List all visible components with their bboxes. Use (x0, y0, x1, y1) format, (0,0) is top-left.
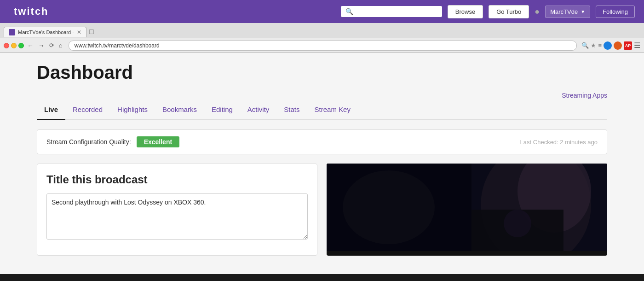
home-button[interactable]: ⌂ (58, 42, 64, 49)
browser-chrome: MarcTVde's Dashboard - ✕ □ ← → ⟳ ⌂ www.t… (0, 23, 644, 53)
tab-bookmarks[interactable]: Bookmarks (155, 102, 204, 120)
profile-icon (614, 41, 622, 50)
address-bar-row: ← → ⟳ ⌂ www.twitch.tv/marctvde/dashboard… (0, 38, 644, 53)
tab-activity[interactable]: Activity (240, 102, 277, 120)
tab-stats[interactable]: Stats (276, 102, 307, 120)
tab-bar: MarcTVde's Dashboard - ✕ □ (0, 23, 644, 38)
main-content: Dashboard Streaming Apps Live Recorded H… (0, 53, 644, 274)
svg-point-6 (343, 170, 435, 244)
tab-stream-key[interactable]: Stream Key (307, 102, 358, 120)
quality-badge: Excellent (137, 136, 179, 147)
minimize-window-button[interactable] (11, 43, 17, 48)
nav-separator: ● (535, 7, 540, 17)
last-checked-text: Last Checked: 2 minutes ago (520, 139, 598, 146)
main-grid: Title this broadcast Second playthrough … (37, 164, 607, 256)
quality-bar: Stream Configuration Quality: Excellent … (37, 129, 607, 154)
video-content (327, 164, 607, 251)
username-label: MarcTVde (550, 8, 578, 15)
twitch-navbar: twitch 🔍 Browse Go Turbo ● MarcTVde ▼ Fo… (0, 0, 644, 23)
menu-icon[interactable]: ☰ (634, 41, 640, 50)
refresh-button[interactable]: ⟳ (48, 42, 56, 49)
tab-close-button[interactable]: ✕ (77, 29, 81, 35)
quality-label: Stream Configuration Quality: (46, 138, 131, 146)
browser-tab[interactable]: MarcTVde's Dashboard - ✕ (4, 27, 86, 37)
following-button[interactable]: Following (596, 6, 635, 18)
video-panel: Toggle video preview: Hide (327, 164, 607, 256)
new-tab-button[interactable]: □ (89, 28, 94, 36)
dashboard-tabs: Live Recorded Highlights Bookmarks Editi… (37, 102, 607, 120)
browser-action-icons: 🔍 ★ ≡ AP ☰ (581, 41, 640, 50)
broadcast-title: Title this broadcast (46, 173, 308, 186)
zoom-icon: 🔍 (581, 42, 589, 49)
address-bar[interactable]: www.twitch.tv/marctvde/dashboard (69, 41, 577, 51)
adblock-icon: AP (624, 41, 632, 50)
tab-title: MarcTVde's Dashboard - (18, 29, 74, 35)
tab-favicon (9, 29, 15, 35)
quality-left: Stream Configuration Quality: Excellent (46, 136, 179, 147)
search-box[interactable]: 🔍 (341, 6, 442, 17)
sync-icon (604, 41, 612, 50)
tab-highlights[interactable]: Highlights (110, 102, 155, 120)
go-turbo-button[interactable]: Go Turbo (489, 5, 529, 18)
video-frame (327, 164, 607, 251)
bookmark-icon[interactable]: ★ (591, 42, 596, 49)
svg-point-4 (504, 210, 531, 237)
page-title: Dashboard (37, 62, 607, 82)
streaming-apps-link[interactable]: Streaming Apps (37, 92, 607, 99)
maximize-window-button[interactable] (18, 43, 24, 48)
address-text: www.twitch.tv/marctvde/dashboard (75, 42, 160, 49)
close-window-button[interactable] (4, 43, 9, 48)
broadcast-textarea[interactable]: Second playthrough with Lost Odyssey on … (46, 193, 308, 240)
user-menu[interactable]: MarcTVde ▼ (545, 6, 590, 18)
extensions-icon[interactable]: ≡ (598, 42, 602, 49)
search-icon: 🔍 (345, 8, 353, 15)
tab-live[interactable]: Live (37, 102, 65, 120)
browse-button[interactable]: Browse (448, 5, 483, 18)
tab-editing[interactable]: Editing (204, 102, 240, 120)
twitch-logo: twitch (9, 4, 53, 19)
broadcast-panel: Title this broadcast Second playthrough … (37, 164, 317, 256)
back-button[interactable]: ← (26, 42, 35, 49)
search-input[interactable] (356, 8, 437, 15)
forward-button[interactable]: → (37, 42, 46, 49)
tab-recorded[interactable]: Recorded (65, 102, 110, 120)
chevron-down-icon: ▼ (581, 9, 585, 14)
